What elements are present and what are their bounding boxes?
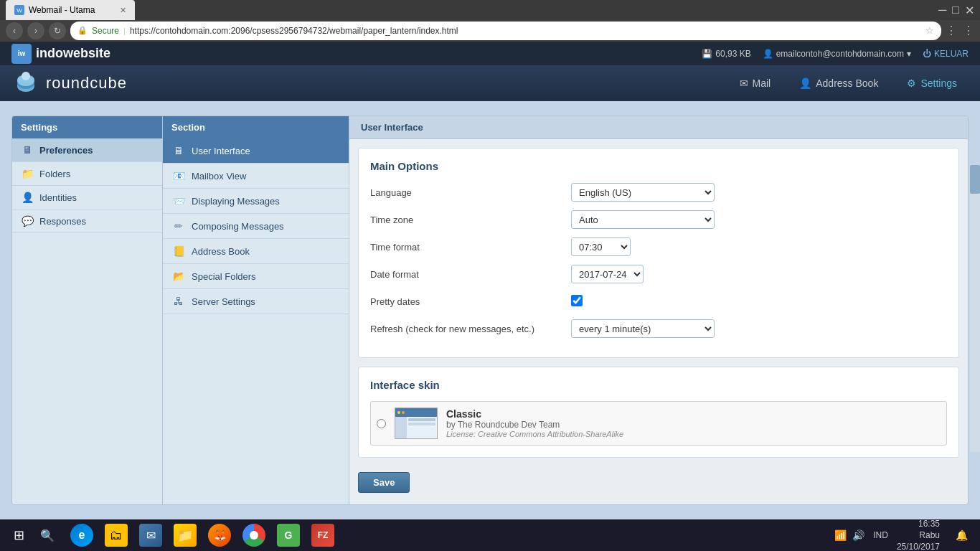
refresh-button[interactable]: ↻ (49, 22, 66, 39)
rc-nav-items: ✉ Mail 👤 Address Book ⚙ Settings (728, 73, 969, 93)
app-logo: iw indowebsite (11, 44, 110, 64)
browser-tab[interactable]: W Webmail - Utama ✕ (6, 0, 135, 20)
prettydates-control (571, 295, 947, 309)
prettydates-checkbox[interactable] (571, 295, 583, 306)
nav-settings-label: Settings (920, 77, 957, 89)
composing-messages-icon: ✏ (171, 219, 186, 233)
taskbar-apps: e 🗂 ✉ 📁 🦊 G FZ (66, 521, 339, 550)
taskbar-sys-icons: 📶 🔊 (834, 529, 864, 541)
section-item-special-folders[interactable]: 📂 Special Folders (163, 264, 349, 289)
dropdown-icon[interactable]: ▾ (907, 49, 911, 59)
language-select[interactable]: English (US) Indonesian (571, 183, 715, 202)
taskbar-app-filezilla[interactable]: FZ (307, 521, 339, 550)
dateformat-select[interactable]: 2017-07-24 24/07/2017 (571, 265, 644, 283)
section-item-displaying-messages[interactable]: 📨 Displaying Messages (163, 189, 349, 214)
main-content: Settings 🖥 Preferences 📁 Folders 👤 Ident… (0, 101, 980, 519)
timezone-row: Time zone Auto UTC (370, 209, 947, 230)
address-book-label: Address Book (192, 246, 250, 257)
maximize-button[interactable]: □ (952, 4, 959, 17)
logout-icon: ⏻ (923, 49, 931, 59)
timezone-select[interactable]: Auto UTC (571, 210, 715, 229)
section-item-address-book[interactable]: 📒 Address Book (163, 239, 349, 264)
tab-title: Webmail - Utama (29, 5, 95, 15)
taskbar-app-mail[interactable]: ✉ (135, 521, 166, 550)
taskbar-app-folder[interactable]: 📁 (169, 521, 201, 550)
logout-label: KELUAR (934, 49, 969, 59)
timeformat-control: 07:30 7:30 AM (571, 237, 947, 256)
timezone-label: Time zone (370, 215, 571, 225)
back-button[interactable]: ‹ (6, 22, 23, 39)
server-settings-icon: 🖧 (171, 294, 186, 309)
refresh-row: Refresh (check for new messages, etc.) e… (370, 319, 947, 339)
settings-item-identities[interactable]: 👤 Identities (12, 186, 162, 209)
menu-icon[interactable]: ⋮ (963, 24, 974, 37)
settings-item-responses[interactable]: 💬 Responses (12, 209, 162, 233)
nav-mail[interactable]: ✉ Mail (728, 73, 783, 93)
rc-logo-icon (11, 69, 40, 98)
secure-icon: 🔒 (77, 26, 88, 35)
logout-button[interactable]: ⏻ KELUAR (923, 49, 969, 59)
refresh-label: Refresh (check for new messages, etc.) (370, 324, 571, 334)
main-options-title: Main Options (370, 160, 947, 172)
mail-app-icon: ✉ (139, 524, 162, 547)
volume-icon: 🔊 (852, 529, 864, 541)
folders-icon: 📁 (21, 167, 34, 180)
content-header: User Interface (349, 116, 968, 139)
taskbar-app-ie[interactable]: e (66, 521, 98, 550)
browser-controls: ‹ › ↻ 🔒 Secure | https://contohdomain.co… (0, 20, 980, 42)
nav-settings[interactable]: ⚙ Settings (895, 73, 969, 93)
scrollbar-thumb[interactable] (970, 165, 980, 194)
search-button[interactable]: 🔍 (34, 522, 60, 548)
tab-favicon: W (14, 5, 24, 15)
taskbar-lang: IND (873, 530, 888, 540)
composing-messages-label: Composing Messages (192, 221, 284, 232)
nav-addressbook[interactable]: 👤 Address Book (788, 73, 890, 93)
language-control: English (US) Indonesian (571, 183, 947, 202)
topbar-user: 👤 emailcontoh@contohdomain.com ▾ (763, 49, 911, 59)
tab-close-button[interactable]: ✕ (120, 6, 126, 15)
preferences-label: Preferences (39, 145, 93, 156)
app-topbar: iw indowebsite 💾 60,93 KB 👤 emailcontoh@… (0, 42, 980, 65)
settings-icon: ⚙ (907, 77, 916, 89)
language-label: Language (370, 187, 571, 198)
settings-item-folders[interactable]: 📁 Folders (12, 162, 162, 186)
bookmark-icon[interactable]: ☆ (925, 25, 934, 36)
extensions-icon[interactable]: ⋮ (946, 24, 957, 37)
start-button[interactable]: ⊞ (6, 522, 32, 548)
section-item-server-settings[interactable]: 🖧 Server Settings (163, 289, 349, 314)
ie-icon: e (70, 524, 93, 547)
settings-item-preferences[interactable]: 🖥 Preferences (12, 138, 162, 162)
dateformat-control: 2017-07-24 24/07/2017 (571, 265, 947, 283)
logo-text: indowebsite (36, 46, 110, 61)
forward-button[interactable]: › (27, 22, 44, 39)
skin-license: License: Creative Commons Attribution-Sh… (446, 430, 941, 438)
taskbar-app-chrome[interactable] (238, 521, 270, 550)
save-button[interactable]: Save (358, 472, 410, 493)
green-app-icon: G (277, 524, 300, 547)
refresh-select[interactable]: every 1 minute(s) every 5 minute(s) neve… (571, 319, 715, 338)
notification-button[interactable]: 🔔 (948, 522, 974, 548)
close-button[interactable]: ✕ (965, 4, 974, 17)
secure-label: Secure (92, 26, 119, 36)
skin-radio-classic[interactable] (377, 419, 386, 428)
special-folders-label: Special Folders (192, 271, 256, 282)
taskbar-app-green[interactable]: G (273, 521, 304, 550)
taskbar-app-firefox[interactable]: 🦊 (204, 521, 235, 550)
minimize-button[interactable]: ─ (938, 4, 946, 17)
scrollbar-track[interactable] (970, 165, 980, 452)
mailbox-view-label: Mailbox View (192, 171, 246, 182)
timeformat-select[interactable]: 07:30 7:30 AM (571, 237, 631, 256)
content-panel: User Interface Main Options Language Eng… (349, 116, 969, 505)
responses-label: Responses (39, 216, 86, 227)
section-item-user-interface[interactable]: 🖥 User Interface (163, 138, 349, 164)
files-icon: 🗂 (105, 524, 128, 547)
skin-name: Classic (446, 408, 941, 420)
address-bar[interactable]: 🔒 Secure | https://contohdomain.com:2096… (70, 22, 941, 40)
user-interface-label: User Interface (192, 146, 250, 156)
section-item-composing-messages[interactable]: ✏ Composing Messages (163, 214, 349, 239)
skin-preview-sidebar (395, 417, 407, 438)
skin-preview-line-1 (408, 418, 435, 421)
prettydates-label: Pretty dates (370, 296, 571, 307)
taskbar-app-files[interactable]: 🗂 (100, 521, 132, 550)
section-item-mailbox-view[interactable]: 📧 Mailbox View (163, 164, 349, 189)
